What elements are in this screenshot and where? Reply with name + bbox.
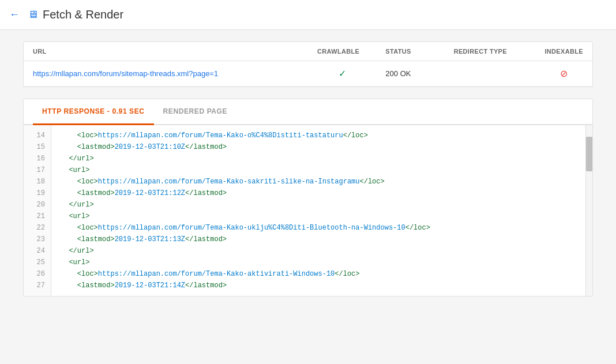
app-header: ← 🖥 Fetch & Render bbox=[0, 0, 616, 30]
line-number: 27 bbox=[24, 280, 51, 291]
code-line: <url> bbox=[61, 164, 592, 176]
line-number: 24 bbox=[24, 245, 51, 257]
code-token: https://mllapan.com/forum/Tema-Kako-uklj… bbox=[98, 224, 405, 232]
code-token: <loc> bbox=[77, 132, 98, 140]
code-token: https://mllapan.com/forum/Tema-Kako-o%C4… bbox=[98, 132, 343, 140]
code-line: <loc>https://mllapan.com/forum/Tema-Kako… bbox=[61, 130, 592, 141]
page-title: Fetch & Render bbox=[43, 8, 123, 21]
cell-status: 200 OK bbox=[376, 61, 444, 87]
code-token: <lastmod> bbox=[77, 282, 115, 290]
line-number: 23 bbox=[24, 234, 51, 245]
line-number: 16 bbox=[24, 153, 51, 164]
code-token: https://mllapan.com/forum/Tema-Kako-akti… bbox=[98, 270, 335, 278]
code-token: </loc> bbox=[343, 132, 368, 140]
code-line: <url> bbox=[61, 257, 592, 268]
no-icon: ⊘ bbox=[560, 69, 568, 78]
code-line: <loc>https://mllapan.com/forum/Tema-Kako… bbox=[61, 268, 592, 280]
code-token: </url> bbox=[69, 247, 93, 255]
cell-url: https://mllapan.com/forum/sitemap-thread… bbox=[24, 61, 308, 87]
code-token bbox=[61, 247, 69, 255]
main-content: URL Crawlable Status Redirect Type Index… bbox=[0, 30, 616, 308]
line-number: 26 bbox=[24, 268, 51, 280]
line-number: 22 bbox=[24, 222, 51, 234]
code-token: <lastmod> bbox=[77, 189, 115, 197]
code-line: </url> bbox=[61, 245, 592, 257]
code-line: <lastmod>2019-12-03T21:12Z</lastmod> bbox=[61, 187, 592, 199]
check-icon: ✓ bbox=[339, 69, 346, 78]
code-token: </loc> bbox=[405, 224, 430, 232]
code-token: <url> bbox=[69, 212, 89, 220]
code-token: </loc> bbox=[360, 178, 385, 186]
code-token bbox=[61, 201, 69, 209]
table-header-row: URL Crawlable Status Redirect Type Index… bbox=[24, 42, 592, 61]
code-line: </url> bbox=[61, 153, 592, 164]
code-token bbox=[61, 235, 77, 243]
scrollbar-thumb[interactable] bbox=[586, 137, 592, 171]
code-token: </lastmod> bbox=[185, 143, 227, 151]
line-number: 21 bbox=[24, 211, 51, 222]
code-token: <loc> bbox=[77, 178, 98, 186]
col-header-indexable: Indexable bbox=[535, 42, 592, 61]
cell-indexable: ⊘ bbox=[535, 61, 592, 87]
monitor-icon: 🖥 bbox=[28, 9, 38, 21]
code-line: </url> bbox=[61, 199, 592, 211]
code-token: <loc> bbox=[77, 270, 98, 278]
col-header-url: URL bbox=[24, 42, 308, 61]
table-row: https://mllapan.com/forum/sitemap-thread… bbox=[24, 61, 592, 87]
cell-crawlable: ✓ bbox=[308, 61, 376, 87]
code-token: <url> bbox=[69, 166, 89, 174]
code-token bbox=[61, 282, 77, 290]
code-token: <lastmod> bbox=[77, 235, 115, 243]
url-table: URL Crawlable Status Redirect Type Index… bbox=[24, 42, 592, 87]
code-token: <loc> bbox=[77, 224, 98, 232]
code-token: </url> bbox=[69, 155, 93, 163]
line-number: 14 bbox=[24, 130, 51, 141]
line-number: 19 bbox=[24, 187, 51, 199]
tabs-header: HTTP RESPONSE - 0.91 SECRENDERED PAGE bbox=[24, 99, 592, 125]
code-token bbox=[61, 189, 77, 197]
url-table-card: URL Crawlable Status Redirect Type Index… bbox=[23, 42, 593, 87]
code-token bbox=[61, 166, 69, 174]
code-token: </lastmod> bbox=[185, 282, 227, 290]
code-token: </loc> bbox=[335, 270, 359, 278]
code-token: </lastmod> bbox=[185, 189, 227, 197]
code-token: 2019-12-03T21:14Z bbox=[115, 282, 185, 290]
code-line: <url> bbox=[61, 211, 592, 222]
line-number: 15 bbox=[24, 141, 51, 153]
code-token bbox=[61, 143, 77, 151]
code-token: </lastmod> bbox=[185, 235, 227, 243]
code-token bbox=[61, 212, 69, 220]
code-token: 2019-12-03T21:13Z bbox=[115, 235, 185, 243]
col-header-crawlable: Crawlable bbox=[308, 42, 376, 61]
code-token bbox=[61, 258, 69, 267]
cell-redirect-type bbox=[445, 61, 536, 87]
code-token: <url> bbox=[69, 258, 89, 267]
code-token: </url> bbox=[69, 201, 93, 209]
scrollbar-track[interactable] bbox=[585, 125, 592, 296]
code-line: <lastmod>2019-12-03T21:10Z</lastmod> bbox=[61, 141, 592, 153]
tab-rendered-page[interactable]: RENDERED PAGE bbox=[154, 99, 237, 125]
code-token bbox=[61, 224, 77, 232]
code-token bbox=[61, 178, 77, 186]
url-link[interactable]: https://mllapan.com/forum/sitemap-thread… bbox=[33, 69, 218, 78]
line-number: 20 bbox=[24, 199, 51, 211]
col-header-status: Status bbox=[376, 42, 444, 61]
code-token: https://mllapan.com/forum/Tema-Kako-sakr… bbox=[98, 178, 360, 186]
code-line: <lastmod>2019-12-03T21:13Z</lastmod> bbox=[61, 234, 592, 245]
code-token bbox=[61, 132, 77, 140]
col-header-redirect-type: Redirect Type bbox=[445, 42, 536, 61]
line-number: 25 bbox=[24, 257, 51, 268]
back-icon: ← bbox=[9, 9, 20, 21]
line-number: 17 bbox=[24, 164, 51, 176]
code-token: <lastmod> bbox=[77, 143, 115, 151]
code-line: <loc>https://mllapan.com/forum/Tema-Kako… bbox=[61, 176, 592, 187]
code-token bbox=[61, 155, 69, 163]
code-token: 2019-12-03T21:12Z bbox=[115, 189, 185, 197]
tab-http-response---0-91-sec[interactable]: HTTP RESPONSE - 0.91 SEC bbox=[33, 99, 154, 125]
code-token bbox=[61, 270, 77, 278]
line-numbers: 1415161718192021222324252627 bbox=[24, 125, 51, 296]
code-area: 1415161718192021222324252627 <loc>https:… bbox=[24, 125, 592, 296]
tabs-card: HTTP RESPONSE - 0.91 SECRENDERED PAGE 14… bbox=[23, 99, 593, 297]
code-lines: <loc>https://mllapan.com/forum/Tema-Kako… bbox=[51, 125, 592, 296]
back-button[interactable]: ← bbox=[9, 9, 20, 21]
